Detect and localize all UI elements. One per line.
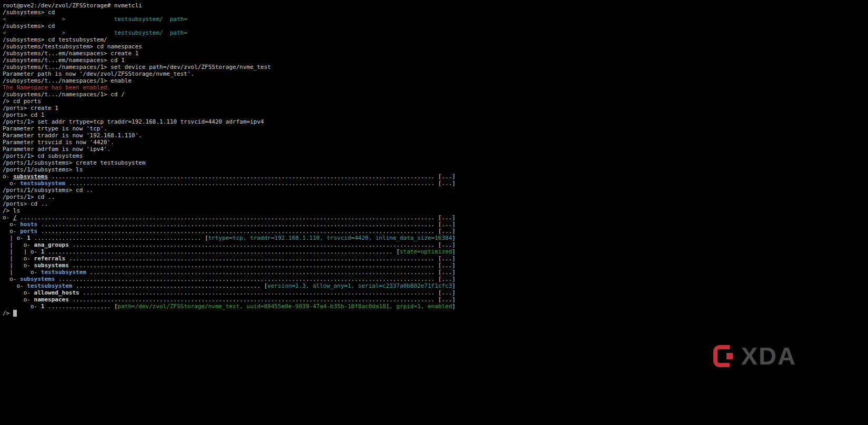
terminal-line: o- 1 .................. [path=/dev/zvol/… bbox=[3, 303, 868, 310]
terminal-text: [...] bbox=[438, 180, 456, 187]
terminal-text: 1 bbox=[27, 235, 31, 241]
terminal-text: /ports> create 1 bbox=[3, 105, 58, 112]
terminal-line: | o- testsubsystem .....................… bbox=[3, 269, 868, 276]
terminal-line: /subsystems> cd testsubsystem/ bbox=[3, 36, 868, 43]
terminal-line: /> cd ports bbox=[3, 98, 868, 105]
terminal-text: [...] bbox=[438, 173, 456, 180]
terminal-text: path= bbox=[170, 16, 187, 23]
dot-leader: ........................................… bbox=[37, 228, 438, 235]
terminal-text: [...] bbox=[438, 262, 456, 269]
terminal-text: /subsystems> cd bbox=[3, 23, 55, 29]
terminal-text: o- bbox=[3, 173, 13, 180]
terminal-text: [...] bbox=[438, 228, 456, 235]
terminal-line: The Namespace has been enabled. bbox=[3, 84, 868, 91]
terminal-line: Parameter trtype is now 'tcp'. bbox=[3, 125, 868, 132]
terminal-text: [...] bbox=[438, 289, 456, 296]
terminal-text: [...] bbox=[438, 296, 456, 303]
terminal-line: o- subsystems ..........................… bbox=[3, 276, 868, 282]
terminal-text bbox=[163, 29, 170, 36]
terminal-text: [...] bbox=[438, 269, 456, 276]
terminal-line: /subsystems/t...em/namespaces> create 1 bbox=[3, 50, 868, 57]
terminal-text: Parameter trsvcid is now '4420'. bbox=[3, 139, 114, 146]
terminal-text: Parameter traddr is now '192.168.1.110'. bbox=[3, 132, 142, 139]
terminal-line: o- allowed_hosts .......................… bbox=[3, 289, 868, 296]
terminal-text: subsystems bbox=[20, 276, 55, 282]
terminal-text: [...] bbox=[438, 255, 456, 262]
terminal-text: [...] bbox=[438, 276, 456, 282]
terminal-line: Parameter traddr is now '192.168.1.110'. bbox=[3, 132, 868, 139]
terminal-text: Parameter trtype is now 'tcp'. bbox=[3, 125, 107, 132]
terminal-line: o- testsubsystem .......................… bbox=[3, 282, 868, 289]
terminal-text: state=optimized bbox=[400, 248, 452, 255]
dot-leader: .................. bbox=[44, 303, 114, 310]
terminal-text: | o- bbox=[3, 235, 27, 241]
xda-logo-icon bbox=[712, 344, 736, 368]
terminal-text: < > bbox=[3, 16, 65, 23]
terminal-text: ports bbox=[20, 228, 37, 235]
terminal-text: o- bbox=[3, 296, 34, 303]
terminal-text: path= bbox=[170, 29, 187, 36]
dot-leader: ........................................… bbox=[69, 262, 438, 269]
dot-leader: ........................................… bbox=[65, 180, 438, 187]
terminal-text: testsubsystem bbox=[20, 180, 65, 187]
terminal-text: /> ls bbox=[3, 207, 20, 214]
terminal-text: /> bbox=[3, 310, 13, 317]
terminal-text: /ports/1> cd subsystems bbox=[3, 153, 83, 159]
terminal-text: o- bbox=[3, 282, 27, 289]
terminal-text: o- bbox=[3, 214, 13, 221]
xda-logo-text: XDA bbox=[741, 343, 796, 368]
terminal-text: /ports> cd .. bbox=[3, 200, 48, 207]
terminal-line: o- / ...................................… bbox=[3, 214, 868, 221]
terminal-text: /subsystems> cd bbox=[3, 9, 55, 16]
terminal-text: o- bbox=[3, 221, 20, 228]
dot-leader: ........................................… bbox=[69, 241, 438, 248]
terminal-text: [...] bbox=[438, 214, 456, 221]
terminal-text: | o- bbox=[3, 262, 34, 269]
terminal-text: / bbox=[13, 214, 17, 221]
terminal-text: subsystems bbox=[13, 173, 48, 180]
terminal-text: | o- bbox=[3, 241, 34, 248]
terminal-text: /subsystems/t.../namespaces/1> set devic… bbox=[3, 64, 271, 70]
terminal-text: subsystems bbox=[34, 262, 69, 269]
terminal-line: /ports/1/subsystems> create testsubsyste… bbox=[3, 159, 868, 166]
terminal-text: testsubsystem/ bbox=[114, 16, 163, 23]
terminal-text: /> cd ports bbox=[3, 98, 41, 105]
terminal-text: allowed_hosts bbox=[34, 289, 79, 296]
terminal-line: /subsystems/testsubsystem> cd namespaces bbox=[3, 43, 868, 50]
terminal-line: /ports> cd .. bbox=[3, 200, 868, 207]
terminal-line: /subsystems/t.../namespaces/1> set devic… bbox=[3, 64, 868, 70]
terminal-text: [ bbox=[205, 235, 208, 241]
terminal-text: /ports> cd 1 bbox=[3, 112, 44, 118]
terminal-text: /subsystems/t...em/namespaces> cd 1 bbox=[3, 57, 125, 64]
dot-leader: ........................................… bbox=[48, 173, 438, 180]
terminal-text: testsubsystem bbox=[41, 269, 86, 276]
terminal-text: referrals bbox=[34, 255, 66, 262]
dot-leader: ........................................… bbox=[55, 276, 438, 282]
terminal-text: /subsystems/t.../namespaces/1> cd / bbox=[3, 91, 125, 98]
terminal-text: o- bbox=[3, 180, 20, 187]
terminal-text: /subsystems> cd testsubsystem/ bbox=[3, 36, 107, 43]
terminal-text: | o- bbox=[3, 269, 41, 276]
terminal-text: /ports/1/subsystems> cd .. bbox=[3, 187, 93, 194]
terminal-text bbox=[65, 16, 114, 23]
dot-leader: ........................................… bbox=[69, 296, 438, 303]
xda-logo: XDA bbox=[712, 343, 796, 368]
terminal-line: | o- subsystems ........................… bbox=[3, 262, 868, 269]
terminal-text: /ports/1/subsystems> create testsubsyste… bbox=[3, 159, 146, 166]
terminal-cursor bbox=[13, 310, 17, 317]
terminal-text: /ports/1/subsystems> ls bbox=[3, 166, 83, 173]
terminal-line: /subsystems> cd bbox=[3, 23, 868, 29]
terminal-text: [ bbox=[114, 303, 118, 310]
terminal-line: /subsystems> cd bbox=[3, 9, 868, 16]
terminal-text: < > bbox=[3, 29, 65, 36]
terminal-text: /subsystems/t.../namespaces/1> enable bbox=[3, 77, 132, 84]
terminal-text: root@pve2:/dev/zvol/ZFSStorage# nvmetcli bbox=[3, 2, 142, 9]
terminal-text: o- bbox=[3, 289, 34, 296]
terminal-line: root@pve2:/dev/zvol/ZFSStorage# nvmetcli bbox=[3, 2, 868, 9]
terminal-text: ana_groups bbox=[34, 241, 69, 248]
terminal-text: /ports/1> cd .. bbox=[3, 194, 55, 200]
dot-leader: ........................................… bbox=[31, 235, 205, 241]
terminal-text: /subsystems/testsubsystem> cd namespaces bbox=[3, 43, 142, 50]
terminal-text: ] bbox=[452, 303, 456, 310]
dot-leader: ........................................… bbox=[79, 289, 438, 296]
